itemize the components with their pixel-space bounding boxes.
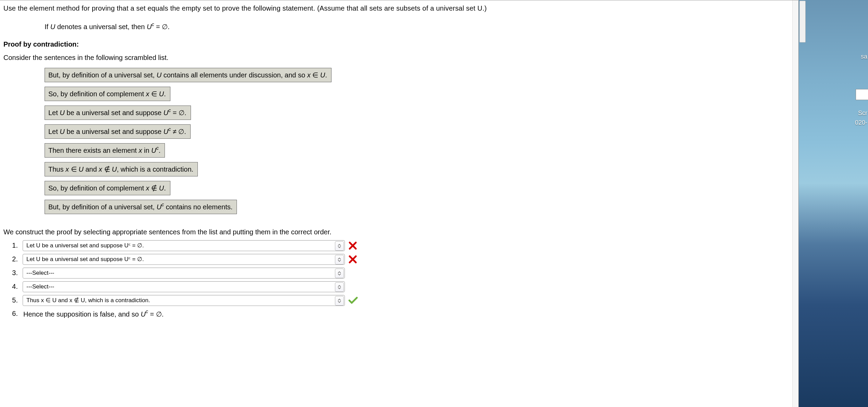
select-stepper[interactable] <box>335 282 344 292</box>
row-number: 1. <box>8 242 18 249</box>
answer-select[interactable]: Let U be a universal set and suppose Uᶜ … <box>23 254 345 265</box>
v: x <box>138 147 142 154</box>
row-number: 5. <box>8 296 18 304</box>
v: U <box>159 90 164 98</box>
x-icon <box>348 241 357 250</box>
draggable-sentence-tile[interactable]: So, by definition of complement x ∉ U. <box>45 181 170 195</box>
sliver-scrollbar[interactable] <box>799 1 806 42</box>
answer-row-6: 6. Hence the supposition is false, and s… <box>8 309 799 318</box>
proof-heading-text: Proof by contradiction: <box>3 40 79 48</box>
construct-sentence: We construct the proof by selecting appr… <box>3 228 799 236</box>
scrambled-intro: Consider the sentences in the following … <box>3 54 799 62</box>
incorrect-mark <box>348 255 357 264</box>
t: . <box>159 147 161 154</box>
t: ∈ <box>69 165 79 173</box>
x-icon <box>348 255 357 264</box>
desktop-file-icon[interactable] <box>856 89 868 100</box>
sliver-text-sa: sa <box>861 53 867 60</box>
v: U <box>164 109 168 116</box>
t: . <box>325 71 327 79</box>
select-stepper[interactable] <box>335 255 344 264</box>
var-U: U <box>147 23 152 30</box>
chevron-down-icon <box>338 287 341 289</box>
question-body: Use the element method for proving that … <box>0 0 799 407</box>
select-value: ---Select--- <box>26 270 54 276</box>
desktop-sliver: sa Scr 020- <box>798 0 868 407</box>
t: . <box>164 184 166 192</box>
t: be a universal set and suppose <box>65 109 164 116</box>
select-value: Thus x ∈ U and x ∉ U, which is a contrad… <box>26 297 150 304</box>
select-value: Let U be a universal set and suppose Uᶜ … <box>26 242 144 249</box>
t: Thus <box>48 165 65 173</box>
t: So, by definition of complement <box>48 184 146 192</box>
answer-row-1: 1. Let U be a universal set and suppose … <box>8 240 799 251</box>
t: So, by definition of complement <box>48 90 146 98</box>
superscript-c: c <box>168 126 171 132</box>
answer-select[interactable]: ---Select--- <box>23 268 345 279</box>
draggable-sentence-tile[interactable]: Thus x ∈ U and x ∉ U, which is a contrad… <box>45 162 198 176</box>
t: and <box>84 165 99 173</box>
v: U <box>157 71 161 79</box>
chevron-down-icon <box>338 301 341 303</box>
t: in <box>142 147 151 154</box>
t: ∉ <box>102 165 112 173</box>
select-stepper[interactable] <box>335 241 344 251</box>
t: Let <box>48 128 60 135</box>
answer-select[interactable]: ---Select--- <box>23 281 345 292</box>
check-icon <box>348 297 358 304</box>
txt: = ∅. <box>154 23 169 30</box>
txt: denotes a universal set, then <box>55 23 147 30</box>
superscript-c: c <box>152 22 154 27</box>
txt: If <box>45 23 50 30</box>
chevron-down-icon <box>338 260 341 262</box>
draggable-sentence-tile[interactable]: But, by definition of a universal set, U… <box>45 68 331 82</box>
answer-select[interactable]: Thus x ∈ U and x ∉ U, which is a contrad… <box>23 295 345 306</box>
t: But, by definition of a universal set, <box>48 203 157 211</box>
superscript-c: c <box>168 108 171 113</box>
t: ≠ ∅. <box>171 128 186 135</box>
instruction-span: Use the element method for proving that … <box>3 4 487 12</box>
v: x <box>65 165 69 173</box>
sliver-text-date: 020- <box>855 119 867 126</box>
row-number: 2. <box>8 255 18 263</box>
statement-line: If U denotes a universal set, then Uc = … <box>0 22 799 31</box>
answer-select[interactable]: Let U be a universal set and suppose Uᶜ … <box>23 240 345 251</box>
v: x <box>99 165 102 173</box>
superscript-c: c <box>146 309 148 314</box>
row-number: 3. <box>8 269 18 277</box>
t: = ∅. <box>148 310 164 318</box>
answer-rows: 1. Let U be a universal set and suppose … <box>8 240 799 318</box>
v: U <box>320 71 325 79</box>
superscript-c: c <box>156 145 159 151</box>
v: U <box>60 109 64 116</box>
answer-row-3: 3. ---Select--- <box>8 268 799 279</box>
t: ∈ <box>149 90 159 98</box>
t: Hence the supposition is false, and so <box>23 310 141 318</box>
select-stepper[interactable] <box>335 269 344 278</box>
v: U <box>164 128 168 135</box>
construct-sentence-text: We construct the proof by selecting appr… <box>3 228 331 236</box>
v: U <box>157 203 161 211</box>
v: x <box>146 90 149 98</box>
incorrect-mark <box>348 241 357 250</box>
select-stepper[interactable] <box>335 296 344 306</box>
t: ∉ <box>149 184 159 192</box>
instruction-text: Use the element method for proving that … <box>0 0 799 12</box>
select-value: ---Select--- <box>26 283 54 290</box>
chevron-down-icon <box>338 273 341 275</box>
v: U <box>141 310 145 318</box>
draggable-sentence-tile[interactable]: But, by definition of a universal set, U… <box>45 200 237 214</box>
answer-row-5: 5. Thus x ∈ U and x ∉ U, which is a cont… <box>8 295 799 306</box>
scrambled-intro-text: Consider the sentences in the following … <box>3 54 168 61</box>
draggable-sentence-tile[interactable]: Then there exists an element x in Uc. <box>45 143 165 158</box>
t: But, by definition of a universal set, <box>48 71 157 79</box>
draggable-sentence-tile[interactable]: Let U be a universal set and suppose Uc … <box>45 124 191 139</box>
select-value: Let U be a universal set and suppose Uᶜ … <box>26 256 144 263</box>
draggable-sentence-tile[interactable]: Let U be a universal set and suppose Uc … <box>45 106 191 120</box>
row-number: 6. <box>8 310 18 318</box>
v: U <box>79 165 83 173</box>
answer-row-4: 4. ---Select--- <box>8 281 799 292</box>
draggable-sentence-tile[interactable]: So, by definition of complement x ∈ U. <box>45 87 170 101</box>
sliver-text-scr: Scr <box>858 110 867 117</box>
v: U <box>151 147 156 154</box>
